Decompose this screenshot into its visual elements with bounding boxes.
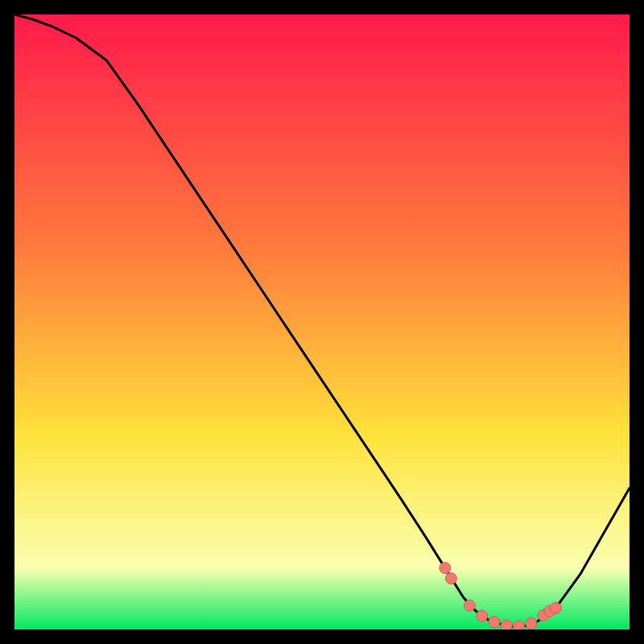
gradient-background bbox=[14, 14, 630, 630]
optimal-marker bbox=[526, 617, 537, 629]
chart-frame: TheBottleneck.com bbox=[14, 14, 630, 630]
optimal-marker bbox=[445, 573, 456, 584]
optimal-marker bbox=[464, 600, 475, 611]
optimal-marker bbox=[501, 620, 512, 630]
optimal-marker bbox=[440, 563, 451, 574]
optimal-marker bbox=[550, 602, 561, 613]
optimal-marker bbox=[514, 621, 525, 630]
bottleneck-chart bbox=[14, 14, 630, 630]
optimal-marker bbox=[489, 617, 500, 628]
optimal-marker bbox=[477, 610, 488, 621]
